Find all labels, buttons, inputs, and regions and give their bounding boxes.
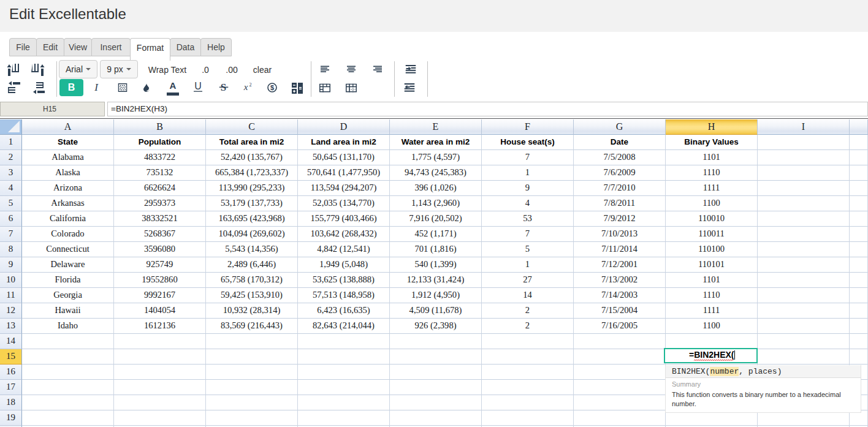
svg-text:x: x xyxy=(243,82,248,92)
svg-text:$: $ xyxy=(270,84,274,91)
svg-text:U: U xyxy=(194,82,202,91)
svg-text:A: A xyxy=(170,82,177,91)
svg-text:2: 2 xyxy=(249,82,252,88)
